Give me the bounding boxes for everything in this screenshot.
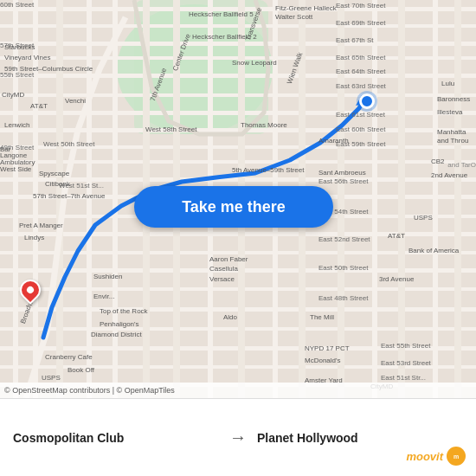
arrow-icon: → xyxy=(229,428,247,447)
bottom-bar: Cosmopolitan Club → Planet Hollywood moo… xyxy=(0,398,476,476)
map-attribution: © OpenStreetMap contributors | © OpenMap… xyxy=(0,383,476,398)
destination-marker xyxy=(359,93,375,109)
svg-rect-28 xyxy=(87,0,92,398)
moovit-text: moovit xyxy=(406,450,443,463)
svg-text:m: m xyxy=(453,453,459,460)
watermark: and TarO xyxy=(447,160,476,170)
svg-rect-36 xyxy=(338,0,344,398)
moovit-logo: moovit m xyxy=(406,447,466,466)
location-to: Planet Hollywood xyxy=(257,431,463,445)
svg-rect-39 xyxy=(433,0,438,398)
svg-rect-38 xyxy=(398,0,405,398)
location-from: Cosmopolitan Club xyxy=(13,431,219,445)
take-me-there-button[interactable]: Take me there xyxy=(134,186,333,228)
svg-rect-40 xyxy=(454,0,461,398)
attribution-text: © OpenStreetMap contributors | © OpenMap… xyxy=(4,386,175,395)
svg-rect-37 xyxy=(372,0,377,398)
svg-rect-29 xyxy=(113,0,118,398)
moovit-icon: m xyxy=(447,447,466,466)
map-container: 60th Street 57th Street 55th Street 49th… xyxy=(0,0,476,398)
svg-rect-26 xyxy=(33,0,38,398)
to-label: Planet Hollywood xyxy=(257,431,463,445)
from-label: Cosmopolitan Club xyxy=(13,431,219,445)
svg-rect-25 xyxy=(13,0,18,398)
take-me-there-label: Take me there xyxy=(182,198,286,216)
